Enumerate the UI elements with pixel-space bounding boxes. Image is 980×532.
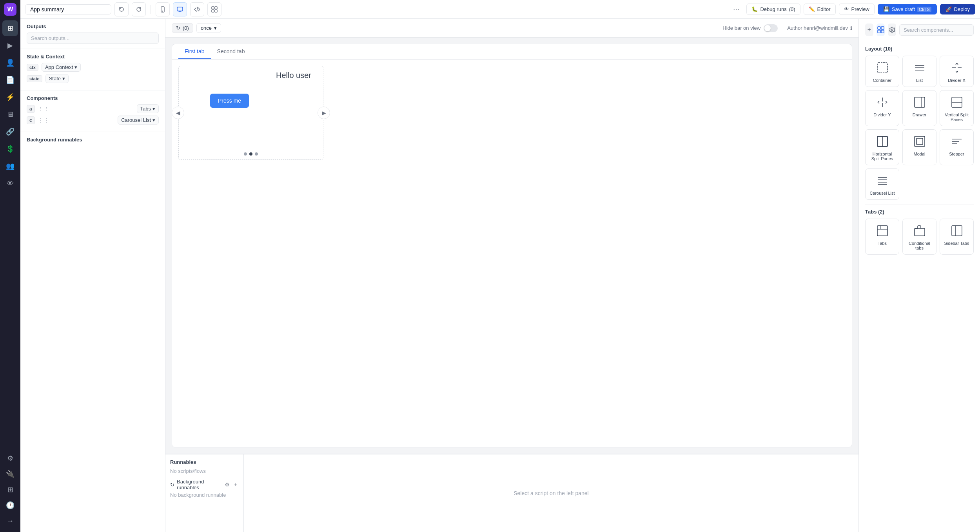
nav-clock[interactable]: 🕐 [2,498,18,513]
editor-button[interactable]: ✏️ Editor [804,4,836,15]
svg-rect-5 [212,10,214,12]
toggle-knob [764,25,771,31]
component-card-list[interactable]: List [902,56,936,87]
state-type-dropdown[interactable]: State ▾ [45,74,69,83]
component-card-sidebar-tabs[interactable]: Sidebar Tabs [940,219,974,255]
component-card-divider-x[interactable]: Divider X [940,56,974,87]
mobile-view-button[interactable] [156,2,170,16]
svg-point-1 [163,11,163,11]
redo-button[interactable] [132,2,146,16]
widget-area: Hello user Press me ◀ ▶ [178,66,323,160]
hide-bar-label: Hide bar on view [722,25,760,31]
carousel-dots [244,152,258,156]
nav-arrow-right[interactable]: → [2,513,18,529]
bg-runnables-settings-btn[interactable]: ⚙ [224,481,230,488]
carousel-nav-right[interactable]: ▶ [318,107,330,119]
nav-eye[interactable]: 👁 [2,176,18,191]
run-badge[interactable]: ↻ (0) [172,23,193,33]
components-panel-icon-btn[interactable] [877,24,885,36]
debug-label: Debug runs [760,6,786,12]
comp-c-type-dropdown[interactable]: Carousel List ▾ [118,116,159,125]
info-icon[interactable]: ℹ [850,25,852,31]
drag-handle-c[interactable]: ⋮⋮ [38,117,49,123]
nav-integrations[interactable]: 🔌 [2,466,18,482]
save-shortcut: Ctrl S [917,7,931,12]
first-tab[interactable]: First tab [178,44,211,59]
comp-c-type-label: Carousel List [121,117,151,123]
ctx-tag: ctx [27,64,38,71]
comp-a-type-dropdown[interactable]: Tabs ▾ [137,104,159,113]
app-name-input[interactable] [25,4,111,14]
carousel-dot-1[interactable] [244,152,247,156]
nav-settings[interactable]: ⚙ [2,451,18,466]
carousel-dot-3[interactable] [255,152,258,156]
component-card-container[interactable]: Container [865,56,899,87]
preview-button[interactable]: 👁 Preview [839,4,875,15]
nav-flows[interactable]: ⚡ [2,89,18,105]
component-card-carousel[interactable]: Carousel List [865,168,899,200]
bg-runnables-label: Background runnables [177,479,221,490]
hide-bar-toggle[interactable] [764,24,778,32]
press-me-button[interactable]: Press me [210,94,249,108]
nav-variables[interactable]: 💲 [2,141,18,157]
modal-icon [912,134,927,149]
preview-label: Preview [851,6,869,12]
tabs-icon [875,223,890,239]
drawer-icon [912,94,927,110]
desktop-view-button[interactable] [173,2,187,16]
chevron-down-icon-3: ▾ [152,106,155,112]
debug-runs-button[interactable]: 🐛 Debug runs (0) [746,4,800,15]
modal-label: Modal [914,152,926,156]
component-card-stepper[interactable]: Stepper [940,129,974,165]
deploy-button[interactable]: 🚀 Deploy [940,4,975,14]
undo-button[interactable] [114,2,129,16]
preview-icon: 👁 [844,6,849,12]
carousel-nav-left[interactable]: ◀ [172,107,184,119]
ctx-type-dropdown[interactable]: App Context ▾ [42,63,81,72]
right-search-input[interactable] [899,24,974,36]
component-card-modal[interactable]: Modal [902,129,936,165]
component-card-conditional-tabs[interactable]: Conditional tabs [902,219,936,255]
nav-users[interactable]: 👤 [2,55,18,71]
comp-c-row: c ⋮⋮ Carousel List ▾ [27,116,159,125]
author-info: Author henri@windmill.dev ℹ [787,25,852,31]
nav-groups[interactable]: 👥 [2,158,18,174]
bg-runnables-add-btn[interactable]: + [232,481,239,488]
code-view-button[interactable] [190,2,204,16]
second-tab[interactable]: Second tab [211,44,251,59]
carousel-dot-2[interactable] [249,152,252,156]
app-logo[interactable]: W [4,3,16,16]
outputs-search-input[interactable] [27,33,159,44]
editor-label: Editor [817,6,831,12]
components-section: Components a ⋮⋮ Tabs ▾ c ⋮⋮ Carousel Lis… [20,90,165,132]
svg-rect-35 [952,226,962,236]
ctx-row: ctx App Context ▾ [27,63,159,72]
grid-view-button[interactable] [207,2,221,16]
once-select[interactable]: once ▾ [196,23,221,33]
more-options-button[interactable]: ⋯ [729,2,743,16]
nav-resources[interactable]: 🔗 [2,124,18,139]
nav-grid[interactable]: ⊞ [2,482,18,498]
svg-rect-15 [915,97,925,107]
component-card-drawer[interactable]: Drawer [902,90,936,126]
settings-panel-icon-btn[interactable] [888,24,896,36]
save-draft-button[interactable]: 💾 Save draft Ctrl S [878,4,937,14]
runnables-title: Runnables [170,459,239,465]
canvas-inner: First tab Second tab Hello user Press me… [172,44,852,447]
component-card-divider-y[interactable]: Divider Y [865,90,899,126]
debug-count: (0) [789,6,795,12]
chevron-down-icon: ▾ [74,64,77,70]
nav-runs[interactable]: ▶ [2,38,18,53]
conditional-tabs-icon [912,223,927,239]
add-component-icon-btn[interactable]: + [865,24,873,36]
nav-scripts[interactable]: 📄 [2,72,18,88]
runnables-panel: Runnables No scripts/flows ↻ Background … [165,454,244,532]
ctx-type-label: App Context [45,64,73,70]
nav-apps[interactable]: 🖥 [2,107,18,122]
nav-home[interactable]: ⊞ [2,20,18,36]
svg-rect-9 [878,30,880,33]
component-card-horizontal-split[interactable]: Horizontal Split Panes [865,129,899,165]
component-card-tabs[interactable]: Tabs [865,219,899,255]
component-card-vertical-split[interactable]: Vertical Split Panes [940,90,974,126]
drag-handle-a[interactable]: ⋮⋮ [38,106,49,112]
